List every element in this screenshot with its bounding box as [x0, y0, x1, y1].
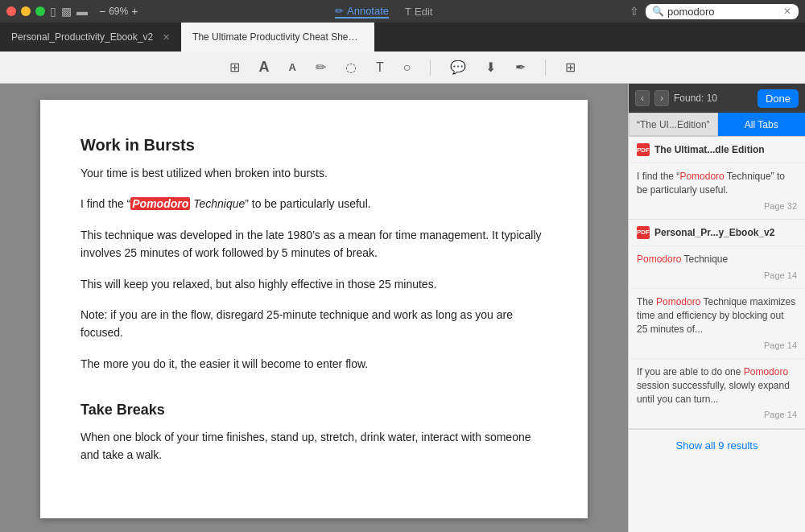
- result-section-personal: PDF Personal_Pr...y_Ebook_v2 Pomodoro Te…: [629, 220, 805, 429]
- text-small-button[interactable]: A: [286, 58, 299, 76]
- edit-mode-button[interactable]: T Edit: [405, 5, 432, 19]
- tab-this-edition[interactable]: “The UI...Edition”: [629, 113, 718, 136]
- app-titlebar: ▯ ▩ ▬ − 69% + ✏ Annotate T Edit ⇧ 🔍 ✕: [0, 0, 805, 23]
- result-item-0[interactable]: I find the “Pomodoro Technique” to be pa…: [629, 163, 805, 219]
- found-label: Found: 10: [674, 93, 717, 104]
- grid-view-button[interactable]: ▩: [61, 5, 72, 18]
- tab-all-tabs[interactable]: All Tabs: [718, 113, 806, 136]
- search-next-button[interactable]: ›: [654, 90, 669, 106]
- paragraph-technique-desc: This technique was developed in the late…: [80, 226, 547, 262]
- zoom-level: 69%: [109, 6, 128, 17]
- maximize-button[interactable]: [35, 6, 45, 16]
- shape-tool-button[interactable]: ○: [400, 57, 415, 78]
- paragraph-bursts-intro: Your time is best utilized when broken i…: [80, 164, 547, 182]
- search-scope-tabs: “The UI...Edition” All Tabs: [629, 113, 805, 137]
- section-heading-bursts: Work in Bursts: [80, 132, 547, 158]
- select-tool-button[interactable]: ⊞: [226, 56, 243, 78]
- section-heading-breaks: Take Breaks: [80, 398, 547, 422]
- close-button[interactable]: [6, 6, 16, 16]
- annotate-icon: ✏: [335, 5, 344, 17]
- pencil-tool-button[interactable]: ✏: [312, 56, 329, 78]
- result-highlight-3: Pomodoro: [744, 366, 788, 377]
- annotate-mode-button[interactable]: ✏ Annotate: [335, 5, 389, 19]
- done-button[interactable]: Done: [758, 89, 799, 108]
- edit-icon: T: [405, 6, 411, 18]
- zoom-control: − 69% +: [99, 5, 138, 18]
- more-tool-button[interactable]: ⊞: [562, 56, 579, 78]
- result-page-1: Page 14: [637, 270, 797, 282]
- result-item-3[interactable]: If you are able to do one Pomodoro sessi…: [629, 358, 805, 428]
- paragraph-pomodoro-ref: I find the “Pomodoro Technique” to be pa…: [80, 195, 547, 212]
- result-item-1[interactable]: Pomodoro Technique Page 14: [629, 245, 805, 288]
- show-all-results-button[interactable]: Show all 9 results: [629, 429, 805, 461]
- pdf-page: Work in Bursts Your time is best utilize…: [40, 100, 588, 518]
- search-icon: 🔍: [652, 6, 664, 17]
- search-prev-button[interactable]: ‹: [635, 90, 650, 106]
- search-clear-button[interactable]: ✕: [783, 6, 791, 17]
- paragraph-flow-note: Note: if you are in the flow, disregard …: [80, 306, 547, 342]
- search-results-panel: ‹ › Found: 10 Done “The UI...Edition” Al…: [628, 84, 805, 532]
- main-layout: Work in Bursts Your time is best utilize…: [0, 84, 805, 532]
- search-nav-header: ‹ › Found: 10 Done: [629, 84, 805, 113]
- tab-ultimate-productivity[interactable]: The Ultimate Productivity Cheat Sheet – …: [181, 23, 374, 52]
- search-input[interactable]: [667, 6, 780, 18]
- sidebar-toggle-button[interactable]: ▯: [50, 5, 56, 18]
- list-view-button[interactable]: ▬: [76, 5, 88, 18]
- result-doc-title-ultimate: PDF The Ultimat...dle Edition: [629, 137, 805, 163]
- minimize-button[interactable]: [21, 6, 31, 16]
- share-button[interactable]: ⇧: [630, 5, 639, 18]
- stamp-tool-button[interactable]: ⬇: [482, 56, 499, 78]
- search-results-list: PDF The Ultimat...dle Edition I find the…: [629, 137, 805, 532]
- result-page-2: Page 14: [637, 340, 797, 352]
- result-text-2: The Pomodoro Technique maximizes time an…: [637, 295, 797, 336]
- result-page-3: Page 14: [637, 409, 797, 421]
- pdf-icon-ultimate: PDF: [637, 143, 650, 156]
- annotation-toolbar: ⊞ A A ✏ ◌ T ○ 💬 ⬇ ✒ ⊞: [0, 52, 805, 84]
- zoom-minus-button[interactable]: −: [99, 5, 105, 18]
- result-text-1: Pomodoro Technique: [637, 253, 797, 266]
- tab-close-button[interactable]: ✕: [163, 32, 170, 43]
- pdf-area: Work in Bursts Your time is best utilize…: [0, 84, 628, 532]
- comment-tool-button[interactable]: 💬: [447, 56, 469, 78]
- text-tool-button[interactable]: T: [373, 57, 387, 78]
- result-highlight-2: Pomodoro: [656, 296, 700, 307]
- result-doc-title-personal: PDF Personal_Pr...y_Ebook_v2: [629, 220, 805, 245]
- paragraph-breaks-desc: When one block of your time finishes, st…: [80, 428, 547, 464]
- paragraph-relaxed: This will keep you relaxed, but also hig…: [80, 275, 547, 293]
- sign-tool-button[interactable]: ✒: [512, 56, 529, 78]
- traffic-lights: [6, 6, 45, 16]
- result-page-0: Page 32: [637, 200, 797, 212]
- result-item-2[interactable]: The Pomodoro Technique maximizes time an…: [629, 288, 805, 358]
- result-highlight-1: Pomodoro: [637, 254, 681, 265]
- tabs-bar: Personal_Productivity_Ebook_v2 ✕ The Ult…: [0, 23, 805, 52]
- tab-personal-productivity[interactable]: Personal_Productivity_Ebook_v2 ✕: [0, 23, 181, 52]
- zoom-plus-button[interactable]: +: [131, 5, 138, 18]
- result-section-ultimate: PDF The Ultimat...dle Edition I find the…: [629, 137, 805, 220]
- pdf-icon-personal: PDF: [637, 226, 650, 239]
- result-text-3: If you are able to do one Pomodoro sessi…: [637, 365, 797, 406]
- paragraph-easier: The more you do it, the easier it will b…: [80, 355, 547, 373]
- pomodoro-highlight: Pomodoro: [130, 197, 190, 210]
- text-large-button[interactable]: A: [256, 56, 273, 79]
- result-text-0: I find the “Pomodoro Technique” to be pa…: [637, 170, 797, 197]
- result-highlight-0: Pomodoro: [679, 171, 724, 182]
- eraser-tool-button[interactable]: ◌: [342, 56, 360, 78]
